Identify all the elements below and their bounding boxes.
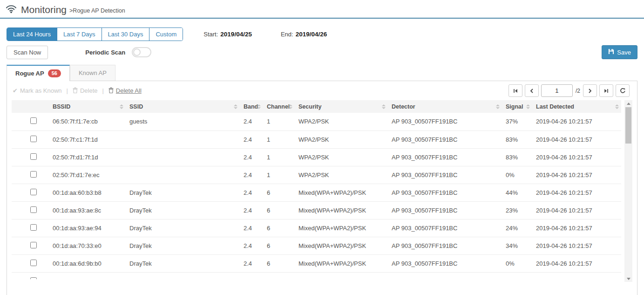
- last-page-button[interactable]: [599, 84, 613, 97]
- page-number-input[interactable]: [541, 84, 573, 97]
- cell-bssid: 02:50:7f:d1:7f:1d: [49, 148, 126, 166]
- cell-band: 2.4: [240, 254, 263, 272]
- save-button[interactable]: Save: [602, 45, 637, 59]
- sort-icon[interactable]: [234, 104, 237, 109]
- ap-count-badge: 56: [48, 69, 61, 77]
- sort-icon[interactable]: [120, 104, 123, 109]
- sort-icon[interactable]: [496, 104, 500, 109]
- sort-icon[interactable]: [526, 104, 530, 109]
- scrollbar-thumb[interactable]: [625, 107, 631, 144]
- column-header-channel[interactable]: Channel: [263, 100, 295, 113]
- refresh-button[interactable]: [616, 84, 630, 97]
- sort-icon[interactable]: [615, 104, 619, 109]
- cell-channel: 1: [263, 166, 295, 184]
- cell-detector: AP 903_00507FF191BC: [388, 272, 502, 279]
- row-checkbox-cell: [12, 272, 49, 279]
- row-checkbox[interactable]: [30, 242, 37, 248]
- cell-last-detected: 2019-04-26 10:21:57: [532, 184, 621, 201]
- column-header-security[interactable]: Security: [295, 100, 388, 113]
- column-label: Security: [298, 103, 321, 110]
- next-page-button[interactable]: [583, 84, 597, 97]
- column-label: SSID: [129, 103, 143, 110]
- table-row: 00:1d:aa:93:ae:94 DrayTek 2.4 6 Mixed(WP…: [12, 219, 621, 237]
- header-checkbox-column: [12, 100, 49, 113]
- column-header-detector[interactable]: Detector: [388, 100, 502, 113]
- cell-bssid: 02:50:7f:c1:7f:1d: [49, 130, 126, 148]
- row-checkbox[interactable]: [30, 153, 37, 160]
- row-checkbox[interactable]: [30, 171, 37, 178]
- table-row: 02:50:7f:c1:7f:1d 2.4 1 WPA2/PSK AP 903_…: [12, 130, 621, 148]
- cell-signal: 0%: [502, 166, 532, 184]
- column-header-last-detected[interactable]: Last Detected: [532, 100, 621, 113]
- tab-label: Rogue AP: [15, 70, 44, 77]
- cell-ssid: DrayTek: [126, 184, 240, 201]
- cell-bssid: 00:1d:aa:6d:9b:b0: [49, 254, 126, 272]
- breadcrumb: >Rogue AP Detection: [69, 7, 125, 14]
- prev-page-button[interactable]: [525, 84, 539, 97]
- cell-last-detected: 2019-04-26 10:21:57: [532, 201, 621, 219]
- mark-as-known-button[interactable]: ✔ Mark as Known: [13, 87, 62, 94]
- row-checkbox[interactable]: [30, 117, 37, 124]
- cell-security: Mixed(WPA+WPA2)/PSK: [295, 201, 388, 219]
- delete-label: Delete: [80, 87, 98, 94]
- cell-signal: 34%: [502, 237, 532, 254]
- table-header: BSSID SSID Band Channel Security Detecto…: [12, 100, 621, 113]
- row-checkbox[interactable]: [30, 260, 37, 266]
- scroll-up-arrow-icon[interactable]: [624, 100, 632, 107]
- time-range-tab-last-30-days[interactable]: Last 30 Days: [102, 28, 150, 41]
- column-header-signal[interactable]: Signal: [502, 100, 532, 113]
- time-filter-row: Last 24 HoursLast 7 DaysLast 30 DaysCust…: [7, 27, 637, 41]
- cell-band: 2.4: [240, 237, 263, 254]
- header-divider: [0, 18, 644, 19]
- column-label: Last Detected: [536, 103, 574, 110]
- cell-bssid: 06:50:7f:f1:7e:cb: [49, 113, 126, 130]
- cell-ssid: [126, 130, 240, 148]
- scan-now-button[interactable]: Scan Now: [7, 46, 48, 59]
- sort-icon[interactable]: [289, 104, 292, 109]
- row-checkbox[interactable]: [30, 189, 37, 195]
- cell-detector: AP 903_00507FF191BC: [388, 148, 502, 166]
- time-range-tab-custom[interactable]: Custom: [149, 28, 183, 41]
- tab-rogue-ap[interactable]: Rogue AP56: [7, 65, 70, 81]
- cell-ssid: guests: [126, 113, 240, 130]
- row-checkbox[interactable]: [30, 277, 37, 280]
- cell-bssid: 00:1d:aa:60:b3:b8: [49, 184, 126, 201]
- table-row: 00:1d:aa:60:b3:b8 DrayTek 2.4 6 Mixed(WP…: [12, 184, 621, 201]
- start-date: Start: 2019/04/25: [203, 31, 252, 38]
- cell-signal: 0%: [502, 254, 532, 272]
- sort-icon[interactable]: [257, 104, 261, 109]
- time-range-tab-last-7-days[interactable]: Last 7 Days: [57, 28, 102, 41]
- column-header-band[interactable]: Band: [240, 100, 263, 113]
- row-checkbox-cell: [12, 201, 49, 219]
- first-page-button[interactable]: [508, 84, 522, 97]
- cell-bssid: 00:1d:aa:70:33:e0: [49, 237, 126, 254]
- cell-band: 2.4: [240, 113, 263, 130]
- cell-channel: 6: [263, 237, 295, 254]
- cell-last-detected: 2019-04-26 10:21:57: [532, 148, 621, 166]
- scroll-down-arrow-icon[interactable]: [624, 275, 632, 282]
- row-checkbox[interactable]: [30, 224, 37, 231]
- cell-bssid: 00:1d:aa:93:ae:8c: [49, 201, 126, 219]
- row-checkbox[interactable]: [30, 136, 37, 142]
- table-scrollbar[interactable]: [624, 100, 632, 282]
- tab-known-ap[interactable]: Known AP: [70, 65, 115, 81]
- table-row: 00:1d:aa:70:33:e0 DrayTek 2.4 6 Mixed(WP…: [12, 237, 621, 254]
- cell-security: WPA2/PSK: [295, 272, 388, 279]
- cell-detector: AP 903_00507FF191BC: [388, 184, 502, 201]
- toggle-knob: [133, 48, 141, 56]
- cell-detector: AP 903_00507FF191BC: [388, 201, 502, 219]
- delete-button[interactable]: Delete: [73, 87, 98, 95]
- cell-last-detected: 2019-04-26 10:21:57: [532, 113, 621, 130]
- column-label: Signal: [506, 103, 523, 110]
- periodic-scan-toggle[interactable]: [132, 47, 151, 57]
- time-range-tab-last-24-hours[interactable]: Last 24 Hours: [7, 28, 57, 41]
- sort-icon[interactable]: [382, 104, 386, 109]
- column-label: BSSID: [53, 103, 70, 110]
- delete-all-button[interactable]: Delete All: [108, 87, 142, 95]
- cell-last-detected: 2019-04-26 10:21:57: [532, 237, 621, 254]
- column-header-bssid[interactable]: BSSID: [49, 100, 126, 113]
- row-checkbox[interactable]: [30, 206, 37, 213]
- column-header-ssid[interactable]: SSID: [126, 100, 240, 113]
- end-date-label: End:: [281, 31, 293, 38]
- cell-security: WPA2/PSK: [295, 113, 388, 130]
